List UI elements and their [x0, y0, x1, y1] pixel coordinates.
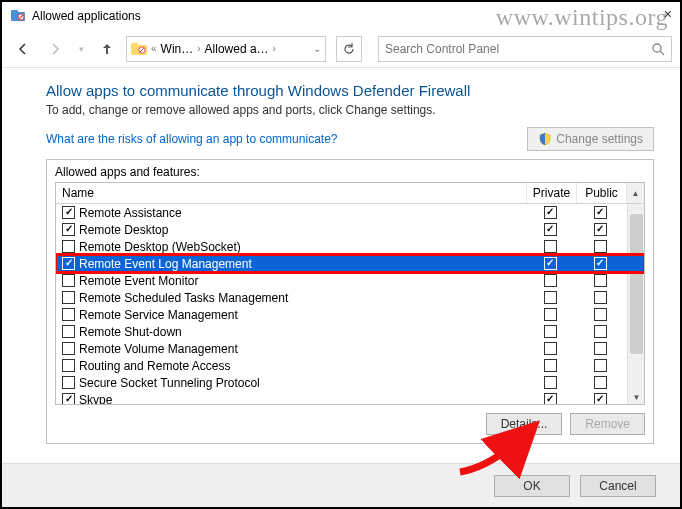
- row-enable-checkbox[interactable]: [62, 376, 75, 389]
- chevron-right-icon: ›: [273, 43, 276, 54]
- row-name: Remote Desktop (WebSocket): [79, 240, 527, 254]
- shield-icon: [538, 132, 552, 146]
- table-row[interactable]: Remote Scheduled Tasks Management: [56, 289, 644, 306]
- row-name: Routing and Remote Access: [79, 359, 527, 373]
- row-private-checkbox[interactable]: [544, 359, 557, 372]
- folder-icon: [131, 42, 147, 56]
- table-row[interactable]: Remote Service Management: [56, 306, 644, 323]
- breadcrumb[interactable]: « Win… › Allowed a… › ⌄: [126, 36, 326, 62]
- scrollbar[interactable]: ▼: [627, 204, 644, 404]
- search-box[interactable]: [378, 36, 672, 62]
- row-private-checkbox[interactable]: [544, 393, 557, 404]
- recent-dropdown[interactable]: ▾: [74, 36, 88, 62]
- table-row[interactable]: Remote Event Log Management: [56, 255, 644, 272]
- risks-link[interactable]: What are the risks of allowing an app to…: [46, 132, 337, 146]
- row-private-checkbox[interactable]: [544, 376, 557, 389]
- row-enable-checkbox[interactable]: [62, 291, 75, 304]
- row-public-checkbox[interactable]: [594, 257, 607, 270]
- table-row[interactable]: Remote Assistance: [56, 204, 644, 221]
- row-public-checkbox[interactable]: [594, 359, 607, 372]
- row-public-checkbox[interactable]: [594, 308, 607, 321]
- col-private[interactable]: Private: [527, 183, 577, 203]
- list-body: ▼ Remote AssistanceRemote DesktopRemote …: [56, 204, 644, 404]
- col-name[interactable]: Name: [56, 183, 527, 203]
- row-name: Remote Event Log Management: [79, 257, 527, 271]
- row-name: Remote Event Monitor: [79, 274, 527, 288]
- svg-line-9: [660, 51, 664, 55]
- table-row[interactable]: Remote Volume Management: [56, 340, 644, 357]
- row-public-checkbox[interactable]: [594, 223, 607, 236]
- details-button[interactable]: Details...: [486, 413, 563, 435]
- row-enable-checkbox[interactable]: [62, 393, 75, 404]
- table-row[interactable]: Remote Shut-down: [56, 323, 644, 340]
- row-private-checkbox[interactable]: [544, 206, 557, 219]
- panel-label: Allowed apps and features:: [47, 160, 653, 182]
- row-name: Skype: [79, 393, 527, 405]
- row-enable-checkbox[interactable]: [62, 240, 75, 253]
- table-row[interactable]: Remote Event Monitor: [56, 272, 644, 289]
- window-title: Allowed applications: [32, 9, 672, 23]
- close-icon[interactable]: ×: [664, 6, 672, 22]
- row-private-checkbox[interactable]: [544, 325, 557, 338]
- row-public-checkbox[interactable]: [594, 342, 607, 355]
- scroll-thumb[interactable]: [630, 214, 643, 354]
- col-public[interactable]: Public: [577, 183, 627, 203]
- row-enable-checkbox[interactable]: [62, 223, 75, 236]
- allowed-apps-panel: Allowed apps and features: Name Private …: [46, 159, 654, 444]
- forward-button[interactable]: [42, 36, 68, 62]
- svg-rect-5: [131, 43, 138, 47]
- cancel-button[interactable]: Cancel: [580, 475, 656, 497]
- row-enable-checkbox[interactable]: [62, 257, 75, 270]
- back-button[interactable]: [10, 36, 36, 62]
- remove-button[interactable]: Remove: [570, 413, 645, 435]
- row-private-checkbox[interactable]: [544, 223, 557, 236]
- breadcrumb-seg1[interactable]: Win…: [161, 42, 194, 56]
- row-enable-checkbox[interactable]: [62, 325, 75, 338]
- row-private-checkbox[interactable]: [544, 342, 557, 355]
- table-row[interactable]: Remote Desktop: [56, 221, 644, 238]
- row-name: Secure Socket Tunneling Protocol: [79, 376, 527, 390]
- titlebar: Allowed applications: [2, 2, 680, 30]
- row-private-checkbox[interactable]: [544, 291, 557, 304]
- breadcrumb-seg2[interactable]: Allowed a…: [205, 42, 269, 56]
- table-row[interactable]: Routing and Remote Access: [56, 357, 644, 374]
- row-public-checkbox[interactable]: [594, 240, 607, 253]
- svg-rect-1: [11, 10, 18, 13]
- row-enable-checkbox[interactable]: [62, 342, 75, 355]
- row-enable-checkbox[interactable]: [62, 308, 75, 321]
- list-header: Name Private Public ▲: [56, 183, 644, 204]
- row-private-checkbox[interactable]: [544, 240, 557, 253]
- scroll-up-arrow[interactable]: ▲: [627, 183, 644, 203]
- row-enable-checkbox[interactable]: [62, 359, 75, 372]
- row-name: Remote Assistance: [79, 206, 527, 220]
- row-public-checkbox[interactable]: [594, 376, 607, 389]
- up-button[interactable]: [94, 36, 120, 62]
- table-row[interactable]: Secure Socket Tunneling Protocol: [56, 374, 644, 391]
- row-private-checkbox[interactable]: [544, 274, 557, 287]
- row-enable-checkbox[interactable]: [62, 206, 75, 219]
- ok-button[interactable]: OK: [494, 475, 570, 497]
- row-public-checkbox[interactable]: [594, 274, 607, 287]
- navbar: ▾ « Win… › Allowed a… › ⌄: [2, 30, 680, 68]
- row-public-checkbox[interactable]: [594, 291, 607, 304]
- search-input[interactable]: [385, 42, 651, 56]
- row-public-checkbox[interactable]: [594, 325, 607, 338]
- page-title: Allow apps to communicate through Window…: [46, 82, 654, 99]
- row-enable-checkbox[interactable]: [62, 274, 75, 287]
- row-public-checkbox[interactable]: [594, 393, 607, 404]
- chevron-left-icon: «: [151, 43, 157, 54]
- refresh-button[interactable]: [336, 36, 362, 62]
- scroll-down-arrow[interactable]: ▼: [628, 390, 644, 404]
- table-row[interactable]: Remote Desktop (WebSocket): [56, 238, 644, 255]
- table-row[interactable]: Skype: [56, 391, 644, 404]
- page-subtitle: To add, change or remove allowed apps an…: [46, 103, 654, 117]
- change-settings-button[interactable]: Change settings: [527, 127, 654, 151]
- row-name: Remote Service Management: [79, 308, 527, 322]
- row-public-checkbox[interactable]: [594, 206, 607, 219]
- chevron-down-icon[interactable]: ⌄: [313, 43, 321, 54]
- row-private-checkbox[interactable]: [544, 308, 557, 321]
- apps-list: Name Private Public ▲ ▼ Remote Assistanc…: [55, 182, 645, 405]
- row-private-checkbox[interactable]: [544, 257, 557, 270]
- chevron-right-icon: ›: [197, 43, 200, 54]
- row-name: Remote Shut-down: [79, 325, 527, 339]
